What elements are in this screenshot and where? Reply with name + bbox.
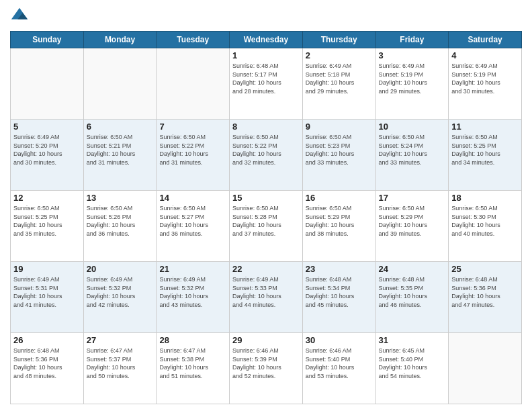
day-info: Sunrise: 6:49 AM Sunset: 5:32 PM Dayligh… <box>159 275 226 309</box>
day-number: 4 <box>451 50 519 60</box>
day-info: Sunrise: 6:48 AM Sunset: 5:36 PM Dayligh… <box>13 347 81 380</box>
weekday-header-sunday: Sunday <box>11 32 84 48</box>
weekday-header-thursday: Thursday <box>302 32 375 48</box>
day-info: Sunrise: 6:46 AM Sunset: 5:39 PM Dayligh… <box>232 347 300 380</box>
calendar-cell: 14Sunrise: 6:50 AM Sunset: 5:27 PM Dayli… <box>157 191 230 262</box>
calendar-cell: 9Sunrise: 6:50 AM Sunset: 5:23 PM Daylig… <box>302 120 375 191</box>
day-number: 29 <box>232 335 300 345</box>
day-info: Sunrise: 6:50 AM Sunset: 5:25 PM Dayligh… <box>451 133 519 167</box>
day-number: 19 <box>13 264 81 274</box>
day-info: Sunrise: 6:50 AM Sunset: 5:29 PM Dayligh… <box>306 204 373 238</box>
calendar-cell: 24Sunrise: 6:48 AM Sunset: 5:35 PM Dayli… <box>375 262 449 333</box>
day-number: 21 <box>159 264 226 274</box>
day-number: 16 <box>306 193 373 203</box>
day-info: Sunrise: 6:49 AM Sunset: 5:31 PM Dayligh… <box>13 275 81 309</box>
calendar-cell: 12Sunrise: 6:50 AM Sunset: 5:25 PM Dayli… <box>11 191 84 262</box>
day-info: Sunrise: 6:50 AM Sunset: 5:27 PM Dayligh… <box>159 204 226 238</box>
calendar-cell <box>11 48 84 120</box>
day-info: Sunrise: 6:50 AM Sunset: 5:24 PM Dayligh… <box>379 133 446 167</box>
weekday-header-saturday: Saturday <box>449 32 522 48</box>
weekday-header-wednesday: Wednesday <box>230 32 303 48</box>
day-number: 13 <box>87 193 154 203</box>
calendar-cell: 28Sunrise: 6:47 AM Sunset: 5:38 PM Dayli… <box>157 333 230 404</box>
calendar-cell: 18Sunrise: 6:50 AM Sunset: 5:30 PM Dayli… <box>449 191 522 262</box>
logo <box>10 7 32 26</box>
day-info: Sunrise: 6:50 AM Sunset: 5:29 PM Dayligh… <box>379 204 446 238</box>
calendar-cell: 23Sunrise: 6:48 AM Sunset: 5:34 PM Dayli… <box>302 262 375 333</box>
day-info: Sunrise: 6:48 AM Sunset: 5:36 PM Dayligh… <box>451 275 519 309</box>
calendar-cell: 26Sunrise: 6:48 AM Sunset: 5:36 PM Dayli… <box>11 333 84 404</box>
calendar-cell: 21Sunrise: 6:49 AM Sunset: 5:32 PM Dayli… <box>157 262 230 333</box>
calendar-cell: 25Sunrise: 6:48 AM Sunset: 5:36 PM Dayli… <box>449 262 522 333</box>
day-number: 7 <box>159 122 226 132</box>
day-number: 18 <box>451 193 519 203</box>
day-number: 17 <box>379 193 446 203</box>
day-number: 31 <box>379 335 446 345</box>
calendar-cell: 8Sunrise: 6:50 AM Sunset: 5:22 PM Daylig… <box>230 120 303 191</box>
calendar-cell: 16Sunrise: 6:50 AM Sunset: 5:29 PM Dayli… <box>302 191 375 262</box>
day-number: 8 <box>232 122 300 132</box>
weekday-header-friday: Friday <box>375 32 449 48</box>
calendar-cell: 2Sunrise: 6:49 AM Sunset: 5:18 PM Daylig… <box>302 48 375 120</box>
day-info: Sunrise: 6:49 AM Sunset: 5:20 PM Dayligh… <box>13 133 81 167</box>
calendar-cell: 11Sunrise: 6:50 AM Sunset: 5:25 PM Dayli… <box>449 120 522 191</box>
calendar-cell: 7Sunrise: 6:50 AM Sunset: 5:22 PM Daylig… <box>157 120 230 191</box>
calendar-cell: 19Sunrise: 6:49 AM Sunset: 5:31 PM Dayli… <box>11 262 84 333</box>
day-info: Sunrise: 6:48 AM Sunset: 5:35 PM Dayligh… <box>379 275 446 309</box>
day-info: Sunrise: 6:50 AM Sunset: 5:22 PM Dayligh… <box>232 133 300 167</box>
day-number: 22 <box>232 264 300 274</box>
day-number: 10 <box>379 122 446 132</box>
day-number: 20 <box>87 264 154 274</box>
day-number: 11 <box>451 122 519 132</box>
page: SundayMondayTuesdayWednesdayThursdayFrid… <box>0 0 532 411</box>
day-number: 9 <box>306 122 373 132</box>
calendar-cell: 6Sunrise: 6:50 AM Sunset: 5:21 PM Daylig… <box>83 120 157 191</box>
calendar-cell: 30Sunrise: 6:46 AM Sunset: 5:40 PM Dayli… <box>302 333 375 404</box>
calendar-cell: 10Sunrise: 6:50 AM Sunset: 5:24 PM Dayli… <box>375 120 449 191</box>
day-number: 27 <box>87 335 154 345</box>
day-number: 12 <box>13 193 81 203</box>
day-number: 28 <box>159 335 226 345</box>
weekday-header-tuesday: Tuesday <box>157 32 230 48</box>
day-number: 6 <box>87 122 154 132</box>
day-number: 26 <box>13 335 81 345</box>
day-number: 30 <box>306 335 373 345</box>
calendar-cell: 17Sunrise: 6:50 AM Sunset: 5:29 PM Dayli… <box>375 191 449 262</box>
day-number: 14 <box>159 193 226 203</box>
day-number: 1 <box>232 50 300 60</box>
day-number: 24 <box>379 264 446 274</box>
day-number: 2 <box>306 50 373 60</box>
calendar-cell <box>449 333 522 404</box>
day-number: 25 <box>451 264 519 274</box>
header <box>10 7 522 26</box>
day-info: Sunrise: 6:50 AM Sunset: 5:28 PM Dayligh… <box>232 204 300 238</box>
calendar-cell: 22Sunrise: 6:49 AM Sunset: 5:33 PM Dayli… <box>230 262 303 333</box>
day-info: Sunrise: 6:50 AM Sunset: 5:21 PM Dayligh… <box>87 133 154 167</box>
day-info: Sunrise: 6:50 AM Sunset: 5:26 PM Dayligh… <box>87 204 154 238</box>
day-info: Sunrise: 6:50 AM Sunset: 5:30 PM Dayligh… <box>451 204 519 238</box>
day-number: 3 <box>379 50 446 60</box>
calendar-cell: 1Sunrise: 6:48 AM Sunset: 5:17 PM Daylig… <box>230 48 303 120</box>
calendar-cell: 20Sunrise: 6:49 AM Sunset: 5:32 PM Dayli… <box>83 262 157 333</box>
calendar-cell: 29Sunrise: 6:46 AM Sunset: 5:39 PM Dayli… <box>230 333 303 404</box>
day-info: Sunrise: 6:45 AM Sunset: 5:40 PM Dayligh… <box>379 347 446 380</box>
day-info: Sunrise: 6:49 AM Sunset: 5:19 PM Dayligh… <box>379 62 446 95</box>
day-number: 15 <box>232 193 300 203</box>
day-info: Sunrise: 6:50 AM Sunset: 5:22 PM Dayligh… <box>159 133 226 167</box>
calendar-cell: 31Sunrise: 6:45 AM Sunset: 5:40 PM Dayli… <box>375 333 449 404</box>
day-info: Sunrise: 6:46 AM Sunset: 5:40 PM Dayligh… <box>306 347 373 380</box>
calendar-cell <box>157 48 230 120</box>
day-info: Sunrise: 6:50 AM Sunset: 5:23 PM Dayligh… <box>306 133 373 167</box>
day-info: Sunrise: 6:49 AM Sunset: 5:33 PM Dayligh… <box>232 275 300 309</box>
day-number: 23 <box>306 264 373 274</box>
day-info: Sunrise: 6:47 AM Sunset: 5:38 PM Dayligh… <box>159 347 226 380</box>
day-info: Sunrise: 6:49 AM Sunset: 5:18 PM Dayligh… <box>306 62 373 95</box>
day-info: Sunrise: 6:48 AM Sunset: 5:17 PM Dayligh… <box>232 62 300 95</box>
day-info: Sunrise: 6:48 AM Sunset: 5:34 PM Dayligh… <box>306 275 373 309</box>
calendar-cell: 27Sunrise: 6:47 AM Sunset: 5:37 PM Dayli… <box>83 333 157 404</box>
day-info: Sunrise: 6:49 AM Sunset: 5:32 PM Dayligh… <box>87 275 154 309</box>
calendar-cell: 3Sunrise: 6:49 AM Sunset: 5:19 PM Daylig… <box>375 48 449 120</box>
calendar-cell: 15Sunrise: 6:50 AM Sunset: 5:28 PM Dayli… <box>230 191 303 262</box>
weekday-header-monday: Monday <box>83 32 157 48</box>
calendar-cell: 13Sunrise: 6:50 AM Sunset: 5:26 PM Dayli… <box>83 191 157 262</box>
